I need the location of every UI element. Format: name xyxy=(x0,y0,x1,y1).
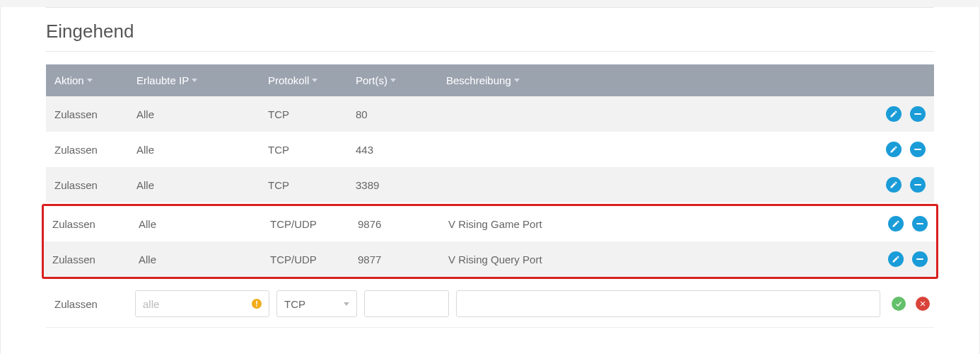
cell-beschreibung xyxy=(438,167,870,202)
protocol-select-value: TCP xyxy=(284,298,305,310)
cell-ports: 80 xyxy=(347,96,438,132)
sort-caret-icon xyxy=(390,79,396,82)
rules-tbody: Zulassen Alle TCP 80 Zulassen Alle xyxy=(46,96,934,202)
col-header-actions xyxy=(870,64,934,96)
section-title: Eingehend xyxy=(46,21,934,42)
cell-ip: Alle xyxy=(128,96,259,132)
cell-ports: 9876 xyxy=(349,206,440,241)
table-row: Zulassen Alle TCP/UDP 9877 V Rising Quer… xyxy=(44,241,936,277)
divider-top xyxy=(46,7,934,8)
cell-protokoll: TCP/UDP xyxy=(262,241,349,277)
cell-aktion: Zulassen xyxy=(46,96,128,132)
cell-ip: Alle xyxy=(128,167,259,202)
ports-input[interactable] xyxy=(364,290,449,317)
remove-icon[interactable] xyxy=(910,142,926,157)
sort-caret-icon xyxy=(87,79,93,82)
add-row-aktion-label: Zulassen xyxy=(54,298,128,310)
cell-actions xyxy=(873,241,936,277)
table-row: Zulassen Alle TCP/UDP 9876 V Rising Game… xyxy=(44,206,936,241)
col-header-protokoll-label: Protokoll xyxy=(268,74,309,86)
allowed-ip-placeholder: alle xyxy=(143,298,159,310)
sort-caret-icon xyxy=(312,79,317,82)
col-header-protokoll[interactable]: Protokoll xyxy=(259,64,347,96)
cancel-add-icon[interactable] xyxy=(916,297,930,311)
firewall-rules-table: Aktion Erlaubte IP Protokoll Port(s) Bes… xyxy=(46,64,934,202)
table-header-row: Aktion Erlaubte IP Protokoll Port(s) Bes… xyxy=(46,64,934,96)
warning-icon: ! xyxy=(252,299,262,309)
cell-actions xyxy=(870,96,934,132)
highlighted-rules-box: Zulassen Alle TCP/UDP 9876 V Rising Game… xyxy=(42,204,938,279)
cell-protokoll: TCP xyxy=(259,96,347,132)
edit-icon[interactable] xyxy=(886,177,902,193)
cell-beschreibung: V Rising Query Port xyxy=(440,241,873,277)
cell-beschreibung xyxy=(438,132,870,167)
col-header-ports-label: Port(s) xyxy=(356,74,387,86)
cell-actions xyxy=(870,132,934,167)
edit-icon[interactable] xyxy=(888,216,904,232)
edit-icon[interactable] xyxy=(886,142,902,157)
cell-ip: Alle xyxy=(130,241,262,277)
col-header-aktion-label: Aktion xyxy=(54,74,84,86)
col-header-ip-label: Erlaubte IP xyxy=(136,74,189,86)
table-row: Zulassen Alle TCP 443 xyxy=(46,132,934,167)
sort-caret-icon xyxy=(514,79,520,82)
cell-aktion: Zulassen xyxy=(44,241,130,277)
col-header-beschreibung-label: Beschreibung xyxy=(446,74,511,86)
description-input[interactable] xyxy=(456,290,880,317)
remove-icon[interactable] xyxy=(912,216,928,232)
remove-icon[interactable] xyxy=(910,177,926,193)
edit-icon[interactable] xyxy=(886,106,902,122)
cell-ports: 3389 xyxy=(347,167,438,202)
cell-protokoll: TCP/UDP xyxy=(262,206,349,241)
cell-actions xyxy=(870,167,934,202)
cell-actions xyxy=(873,206,936,241)
cell-ip: Alle xyxy=(128,132,259,167)
edit-icon[interactable] xyxy=(888,251,904,267)
cell-ports: 443 xyxy=(347,132,438,167)
cell-beschreibung xyxy=(438,96,870,132)
confirm-add-icon[interactable] xyxy=(892,297,906,311)
cell-ip: Alle xyxy=(130,206,262,241)
col-header-beschreibung[interactable]: Beschreibung xyxy=(438,64,870,96)
col-header-aktion[interactable]: Aktion xyxy=(46,64,128,96)
table-row: Zulassen Alle TCP 3389 xyxy=(46,167,934,202)
cell-protokoll: TCP xyxy=(259,167,347,202)
divider-under-title xyxy=(46,51,934,52)
cell-ports: 9877 xyxy=(349,241,440,277)
cell-protokoll: TCP xyxy=(259,132,347,167)
protocol-select[interactable]: TCP xyxy=(276,290,357,317)
add-rule-row: Zulassen alle ! TCP xyxy=(46,280,934,328)
allowed-ip-input[interactable]: alle ! xyxy=(135,290,269,317)
remove-icon[interactable] xyxy=(910,106,926,122)
chevron-down-icon xyxy=(344,302,349,306)
table-row: Zulassen Alle TCP 80 xyxy=(46,96,934,132)
cell-aktion: Zulassen xyxy=(46,132,128,167)
col-header-ports[interactable]: Port(s) xyxy=(347,64,438,96)
cell-aktion: Zulassen xyxy=(44,206,130,241)
cell-beschreibung: V Rising Game Port xyxy=(440,206,873,241)
remove-icon[interactable] xyxy=(912,251,928,267)
cell-aktion: Zulassen xyxy=(46,167,128,202)
col-header-ip[interactable]: Erlaubte IP xyxy=(128,64,259,96)
sort-caret-icon xyxy=(192,79,197,82)
